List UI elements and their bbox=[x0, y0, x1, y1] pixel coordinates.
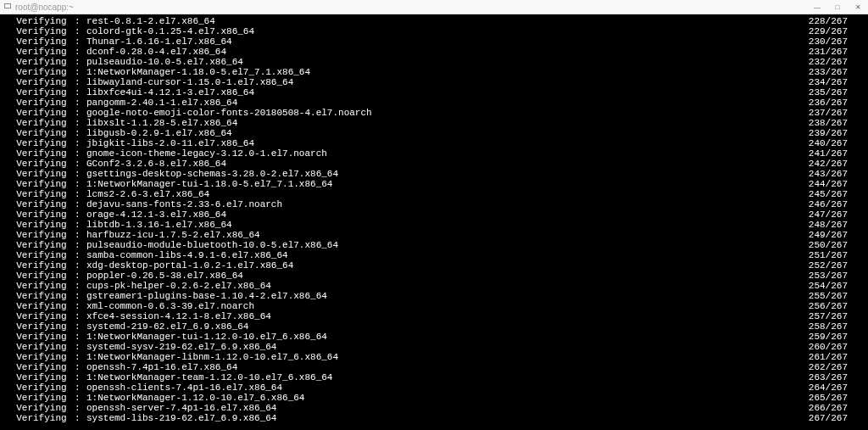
package-name: harfbuzz-icu-1.7.5-2.el7.x86_64 bbox=[86, 230, 797, 240]
output-line: Verifying: openssh-7.4p1-16.el7.x86_6426… bbox=[5, 362, 848, 372]
package-name: 1:NetworkManager-1.18.0-5.el7_7.1.x86_64 bbox=[86, 67, 797, 77]
package-name: 1:NetworkManager-1.12.0-10.el7_6.x86_64 bbox=[86, 393, 797, 403]
progress-counter: 256/267 bbox=[797, 301, 848, 311]
package-name: systemd-libs-219-62.el7_6.9.x86_64 bbox=[86, 413, 797, 423]
colon: : bbox=[75, 311, 86, 321]
verify-label: Verifying bbox=[5, 118, 75, 128]
package-name: systemd-219-62.el7_6.9.x86_64 bbox=[86, 321, 797, 332]
output-line: Verifying: pulseaudio-10.0-5.el7.x86_642… bbox=[5, 57, 848, 67]
output-line: Verifying: 1:NetworkManager-tui-1.12.0-1… bbox=[5, 332, 848, 342]
progress-counter: 229/267 bbox=[797, 26, 848, 36]
progress-counter: 253/267 bbox=[797, 271, 848, 281]
output-line: Verifying: 1:NetworkManager-1.12.0-10.el… bbox=[5, 393, 848, 403]
output-line: Verifying: poppler-0.26.5-38.el7.x86_642… bbox=[5, 271, 848, 281]
output-line: Verifying: gnome-icon-theme-legacy-3.12.… bbox=[5, 148, 848, 159]
output-line: Verifying: pangomm-2.40.1-1.el7.x86_6423… bbox=[5, 98, 848, 108]
progress-counter: 263/267 bbox=[797, 372, 848, 383]
output-line: Verifying: harfbuzz-icu-1.7.5-2.el7.x86_… bbox=[5, 230, 848, 240]
colon: : bbox=[75, 362, 86, 372]
verify-label: Verifying bbox=[5, 362, 75, 372]
colon: : bbox=[75, 128, 86, 138]
window-titlebar[interactable]: root@nocapp:~ — □ ✕ bbox=[0, 0, 868, 14]
window-title: root@nocapp:~ bbox=[15, 3, 74, 12]
output-line: Verifying: GConf2-3.2.6-8.el7.x86_64242/… bbox=[5, 159, 848, 169]
progress-counter: 240/267 bbox=[797, 138, 848, 148]
verify-label: Verifying bbox=[5, 321, 75, 332]
colon: : bbox=[75, 332, 86, 342]
colon: : bbox=[75, 87, 86, 98]
progress-counter: 230/267 bbox=[797, 36, 848, 47]
svg-rect-1 bbox=[5, 4, 10, 8]
putty-icon bbox=[3, 3, 12, 11]
verify-label: Verifying bbox=[5, 352, 75, 362]
package-name: Thunar-1.6.16-1.el7.x86_64 bbox=[86, 36, 797, 47]
package-name: gstreamer1-plugins-base-1.10.4-2.el7.x86… bbox=[86, 291, 797, 301]
progress-counter: 234/267 bbox=[797, 77, 848, 87]
package-name: 1:NetworkManager-tui-1.18.0-5.el7_7.1.x8… bbox=[86, 179, 797, 189]
terminal-window: root@nocapp:~ — □ ✕ Verifying: rest-0.8.… bbox=[0, 0, 868, 430]
output-line: Verifying: libxfce4ui-4.12.1-3.el7.x86_6… bbox=[5, 87, 848, 98]
package-name: dejavu-sans-fonts-2.33-6.el7.noarch bbox=[86, 199, 797, 209]
colon: : bbox=[75, 77, 86, 87]
verify-label: Verifying bbox=[5, 189, 75, 199]
package-name: xfce4-session-4.12.1-8.el7.x86_64 bbox=[86, 311, 797, 321]
progress-counter: 262/267 bbox=[797, 362, 848, 372]
output-line: Verifying: systemd-sysv-219-62.el7_6.9.x… bbox=[5, 342, 848, 352]
colon: : bbox=[75, 26, 86, 36]
verify-label: Verifying bbox=[5, 67, 75, 77]
colon: : bbox=[75, 159, 86, 169]
progress-counter: 252/267 bbox=[797, 260, 848, 271]
colon: : bbox=[75, 179, 86, 189]
colon: : bbox=[75, 240, 86, 250]
output-line: Verifying: dejavu-sans-fonts-2.33-6.el7.… bbox=[5, 199, 848, 209]
colon: : bbox=[75, 342, 86, 352]
verify-label: Verifying bbox=[5, 413, 75, 423]
verify-label: Verifying bbox=[5, 138, 75, 148]
colon: : bbox=[75, 352, 86, 362]
package-name: pulseaudio-module-bluetooth-10.0-5.el7.x… bbox=[86, 240, 797, 250]
output-line: Verifying: google-noto-emoji-color-fonts… bbox=[5, 108, 848, 118]
colon: : bbox=[75, 199, 86, 209]
colon: : bbox=[75, 413, 86, 423]
progress-counter: 243/267 bbox=[797, 169, 848, 179]
package-name: libwayland-cursor-1.15.0-1.el7.x86_64 bbox=[86, 77, 797, 87]
output-line: Verifying: libtdb-1.3.16-1.el7.x86_64248… bbox=[5, 220, 848, 230]
window-controls: — □ ✕ bbox=[807, 0, 868, 14]
package-name: cups-pk-helper-0.2.6-2.el7.x86_64 bbox=[86, 281, 797, 291]
minimize-button[interactable]: — bbox=[807, 0, 827, 14]
package-name: dconf-0.28.0-4.el7.x86_64 bbox=[86, 47, 797, 57]
progress-counter: 242/267 bbox=[797, 159, 848, 169]
colon: : bbox=[75, 57, 86, 67]
output-line: Verifying: 1:NetworkManager-libnm-1.12.0… bbox=[5, 352, 848, 362]
package-name: colord-gtk-0.1.25-4.el7.x86_64 bbox=[86, 26, 797, 36]
output-line: Verifying: colord-gtk-0.1.25-4.el7.x86_6… bbox=[5, 26, 848, 36]
colon: : bbox=[75, 148, 86, 159]
colon: : bbox=[75, 108, 86, 118]
progress-counter: 236/267 bbox=[797, 98, 848, 108]
output-line: Verifying: libxslt-1.1.28-5.el7.x86_6423… bbox=[5, 118, 848, 128]
colon: : bbox=[75, 118, 86, 128]
progress-counter: 259/267 bbox=[797, 332, 848, 342]
progress-counter: 241/267 bbox=[797, 148, 848, 159]
terminal-output[interactable]: Verifying: rest-0.8.1-2.el7.x86_64228/26… bbox=[0, 14, 868, 430]
verify-label: Verifying bbox=[5, 77, 75, 87]
progress-counter: 251/267 bbox=[797, 250, 848, 260]
progress-counter: 247/267 bbox=[797, 209, 848, 220]
verify-label: Verifying bbox=[5, 16, 75, 26]
progress-counter: 266/267 bbox=[797, 403, 848, 413]
progress-counter: 238/267 bbox=[797, 118, 848, 128]
progress-counter: 232/267 bbox=[797, 57, 848, 67]
package-name: jbigkit-libs-2.0-11.el7.x86_64 bbox=[86, 138, 797, 148]
verify-label: Verifying bbox=[5, 98, 75, 108]
verify-label: Verifying bbox=[5, 260, 75, 271]
progress-counter: 257/267 bbox=[797, 311, 848, 321]
verify-label: Verifying bbox=[5, 271, 75, 281]
close-button[interactable]: ✕ bbox=[848, 0, 868, 14]
maximize-button[interactable]: □ bbox=[827, 0, 848, 14]
verify-label: Verifying bbox=[5, 199, 75, 209]
colon: : bbox=[75, 16, 86, 26]
package-name: samba-common-libs-4.9.1-6.el7.x86_64 bbox=[86, 250, 797, 260]
output-line: Verifying: systemd-libs-219-62.el7_6.9.x… bbox=[5, 413, 848, 423]
package-name: libxslt-1.1.28-5.el7.x86_64 bbox=[86, 118, 797, 128]
verify-label: Verifying bbox=[5, 332, 75, 342]
